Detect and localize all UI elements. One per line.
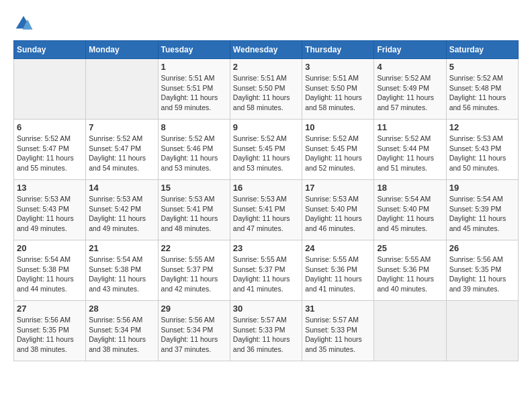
day-number: 27 [17,304,83,314]
page-header [13,13,519,34]
calendar-cell: 10Sunrise: 5:52 AM Sunset: 5:45 PM Dayli… [302,120,374,180]
day-info: Sunrise: 5:55 AM Sunset: 5:36 PM Dayligh… [305,255,371,294]
calendar-cell: 6Sunrise: 5:52 AM Sunset: 5:47 PM Daylig… [14,120,86,180]
calendar-cell: 15Sunrise: 5:53 AM Sunset: 5:41 PM Dayli… [158,180,230,240]
day-number: 2 [233,62,299,72]
calendar-cell: 8Sunrise: 5:52 AM Sunset: 5:46 PM Daylig… [158,120,230,180]
day-number: 29 [161,304,227,314]
day-info: Sunrise: 5:51 AM Sunset: 5:50 PM Dayligh… [233,73,299,113]
logo-icon [13,13,34,34]
day-number: 17 [305,183,371,193]
day-info: Sunrise: 5:57 AM Sunset: 5:33 PM Dayligh… [233,315,299,355]
calendar-cell: 12Sunrise: 5:53 AM Sunset: 5:43 PM Dayli… [446,120,518,180]
day-info: Sunrise: 5:53 AM Sunset: 5:40 PM Dayligh… [305,194,371,234]
day-number: 30 [233,304,299,314]
calendar-cell: 25Sunrise: 5:55 AM Sunset: 5:36 PM Dayli… [374,240,446,301]
day-number: 25 [377,243,443,253]
calendar-cell: 16Sunrise: 5:53 AM Sunset: 5:41 PM Dayli… [230,180,302,240]
calendar-cell: 7Sunrise: 5:52 AM Sunset: 5:47 PM Daylig… [86,120,158,180]
header-row: SundayMondayTuesdayWednesdayThursdayFrid… [14,41,519,59]
day-number: 7 [89,122,154,132]
day-info: Sunrise: 5:53 AM Sunset: 5:41 PM Dayligh… [233,194,299,234]
day-info: Sunrise: 5:55 AM Sunset: 5:36 PM Dayligh… [377,255,443,294]
day-info: Sunrise: 5:54 AM Sunset: 5:38 PM Dayligh… [89,255,154,294]
day-info: Sunrise: 5:52 AM Sunset: 5:45 PM Dayligh… [233,134,299,173]
day-number: 15 [161,183,227,193]
day-info: Sunrise: 5:52 AM Sunset: 5:49 PM Dayligh… [377,73,443,113]
calendar-cell: 23Sunrise: 5:55 AM Sunset: 5:37 PM Dayli… [230,240,302,301]
calendar-cell: 3Sunrise: 5:51 AM Sunset: 5:50 PM Daylig… [302,59,374,120]
calendar-cell: 1Sunrise: 5:51 AM Sunset: 5:51 PM Daylig… [158,59,230,120]
calendar-cell [86,59,158,120]
day-header-friday: Friday [374,41,446,59]
day-info: Sunrise: 5:56 AM Sunset: 5:34 PM Dayligh… [89,315,154,355]
day-number: 12 [449,122,515,132]
day-info: Sunrise: 5:52 AM Sunset: 5:47 PM Dayligh… [89,134,154,173]
day-info: Sunrise: 5:57 AM Sunset: 5:33 PM Dayligh… [305,315,371,355]
calendar-cell: 17Sunrise: 5:53 AM Sunset: 5:40 PM Dayli… [302,180,374,240]
calendar-cell: 29Sunrise: 5:56 AM Sunset: 5:34 PM Dayli… [158,301,230,361]
day-header-sunday: Sunday [14,41,86,59]
day-info: Sunrise: 5:52 AM Sunset: 5:48 PM Dayligh… [449,73,515,113]
day-info: Sunrise: 5:54 AM Sunset: 5:39 PM Dayligh… [449,194,515,234]
day-info: Sunrise: 5:51 AM Sunset: 5:50 PM Dayligh… [305,73,371,113]
day-header-monday: Monday [86,41,158,59]
day-number: 10 [305,122,371,132]
day-number: 31 [305,304,371,314]
calendar-cell: 31Sunrise: 5:57 AM Sunset: 5:33 PM Dayli… [302,301,374,361]
calendar-cell: 27Sunrise: 5:56 AM Sunset: 5:35 PM Dayli… [14,301,86,361]
day-info: Sunrise: 5:54 AM Sunset: 5:40 PM Dayligh… [377,194,443,234]
day-number: 6 [17,122,83,132]
day-number: 11 [377,122,443,132]
day-number: 14 [89,183,154,193]
calendar-cell: 14Sunrise: 5:53 AM Sunset: 5:42 PM Dayli… [86,180,158,240]
calendar-cell: 28Sunrise: 5:56 AM Sunset: 5:34 PM Dayli… [86,301,158,361]
calendar-cell [446,301,518,361]
day-header-wednesday: Wednesday [230,41,302,59]
day-number: 13 [17,183,83,193]
calendar-cell: 22Sunrise: 5:55 AM Sunset: 5:37 PM Dayli… [158,240,230,301]
day-number: 5 [449,62,515,72]
calendar-cell [14,59,86,120]
day-number: 22 [161,243,227,253]
calendar-cell: 20Sunrise: 5:54 AM Sunset: 5:38 PM Dayli… [14,240,86,301]
calendar-cell: 5Sunrise: 5:52 AM Sunset: 5:48 PM Daylig… [446,59,518,120]
day-header-thursday: Thursday [302,41,374,59]
calendar-body: 1Sunrise: 5:51 AM Sunset: 5:51 PM Daylig… [14,59,519,361]
calendar-cell: 2Sunrise: 5:51 AM Sunset: 5:50 PM Daylig… [230,59,302,120]
calendar-week-4: 20Sunrise: 5:54 AM Sunset: 5:38 PM Dayli… [14,240,519,301]
day-number: 21 [89,243,154,253]
calendar-cell: 26Sunrise: 5:56 AM Sunset: 5:35 PM Dayli… [446,240,518,301]
day-number: 16 [233,183,299,193]
day-info: Sunrise: 5:54 AM Sunset: 5:38 PM Dayligh… [17,255,83,294]
day-info: Sunrise: 5:53 AM Sunset: 5:43 PM Dayligh… [449,134,515,173]
calendar-cell: 18Sunrise: 5:54 AM Sunset: 5:40 PM Dayli… [374,180,446,240]
day-number: 20 [17,243,83,253]
day-info: Sunrise: 5:53 AM Sunset: 5:43 PM Dayligh… [17,194,83,234]
day-info: Sunrise: 5:55 AM Sunset: 5:37 PM Dayligh… [161,255,227,294]
calendar-week-1: 1Sunrise: 5:51 AM Sunset: 5:51 PM Daylig… [14,59,519,120]
day-info: Sunrise: 5:53 AM Sunset: 5:41 PM Dayligh… [161,194,227,234]
day-number: 26 [449,243,515,253]
logo [13,13,36,34]
day-number: 24 [305,243,371,253]
calendar-week-5: 27Sunrise: 5:56 AM Sunset: 5:35 PM Dayli… [14,301,519,361]
day-info: Sunrise: 5:52 AM Sunset: 5:44 PM Dayligh… [377,134,443,173]
day-info: Sunrise: 5:53 AM Sunset: 5:42 PM Dayligh… [89,194,154,234]
day-info: Sunrise: 5:56 AM Sunset: 5:35 PM Dayligh… [17,315,83,355]
day-number: 3 [305,62,371,72]
calendar-cell: 21Sunrise: 5:54 AM Sunset: 5:38 PM Dayli… [86,240,158,301]
calendar-cell: 11Sunrise: 5:52 AM Sunset: 5:44 PM Dayli… [374,120,446,180]
day-info: Sunrise: 5:56 AM Sunset: 5:35 PM Dayligh… [449,255,515,294]
calendar-cell: 19Sunrise: 5:54 AM Sunset: 5:39 PM Dayli… [446,180,518,240]
day-info: Sunrise: 5:56 AM Sunset: 5:34 PM Dayligh… [161,315,227,355]
calendar-table: SundayMondayTuesdayWednesdayThursdayFrid… [13,40,519,361]
day-number: 1 [161,62,227,72]
day-number: 8 [161,122,227,132]
day-number: 18 [377,183,443,193]
day-header-tuesday: Tuesday [158,41,230,59]
calendar-cell: 13Sunrise: 5:53 AM Sunset: 5:43 PM Dayli… [14,180,86,240]
day-info: Sunrise: 5:52 AM Sunset: 5:45 PM Dayligh… [305,134,371,173]
calendar-header: SundayMondayTuesdayWednesdayThursdayFrid… [14,41,519,59]
day-header-saturday: Saturday [446,41,518,59]
